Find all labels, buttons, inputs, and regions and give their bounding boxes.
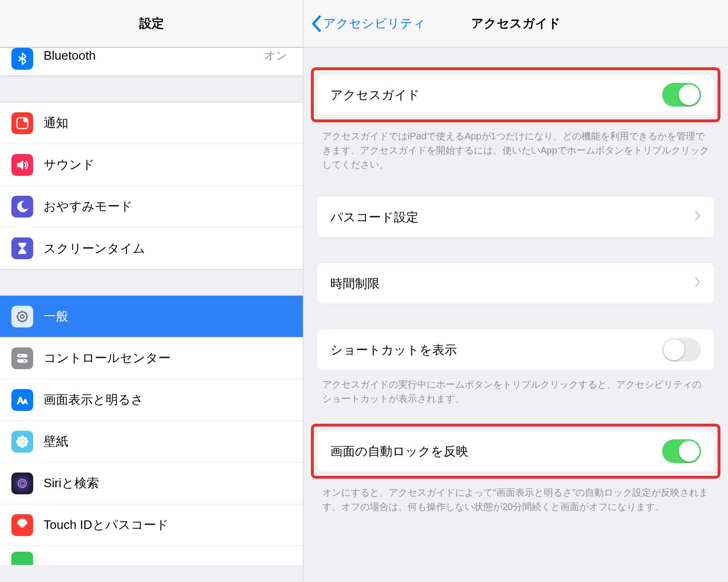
svg-text:A: A — [23, 398, 27, 405]
guided-access-label: アクセスガイド — [330, 87, 662, 103]
sidebar-item-general[interactable]: 一般 — [0, 296, 303, 337]
svg-line-10 — [18, 319, 19, 321]
siri-icon — [11, 473, 33, 494]
toggle-guided-access[interactable] — [662, 83, 701, 107]
bluetooth-icon — [11, 48, 33, 70]
sidebar-item-control-center[interactable]: コントロールセンター — [0, 337, 303, 379]
svg-point-28 — [20, 481, 25, 486]
gear-icon — [11, 306, 33, 327]
moon-icon — [11, 196, 33, 218]
row-guided-access[interactable]: アクセスガイド — [317, 74, 715, 116]
row-passcode-settings[interactable]: パスコード設定 — [317, 196, 715, 238]
back-button[interactable]: アクセシビリティ — [311, 15, 426, 32]
group-autolock: 画面の自動ロックを反映 — [317, 430, 715, 472]
group-guided-access: アクセスガイド — [317, 74, 715, 116]
detail-title: アクセスガイド — [471, 15, 561, 32]
group-timelimit: 時間制限 — [317, 263, 715, 304]
settings-sidebar: 設定 Bluetooth オン 通知 サウンド おやすみモード — [0, 0, 303, 582]
svg-point-18 — [20, 440, 24, 444]
shortcut-description: アクセスガイドの実行中にホームボタンをトリプルクリックすると、アクセシビリティの… — [317, 371, 715, 406]
svg-point-25 — [18, 443, 21, 446]
svg-line-11 — [25, 312, 27, 314]
svg-point-21 — [17, 440, 20, 443]
sidebar-item-display[interactable]: AA 画面表示と明るさ — [0, 379, 303, 421]
svg-line-8 — [18, 312, 19, 314]
detail-header: アクセシビリティ アクセスガイド — [303, 0, 728, 47]
svg-point-1 — [24, 118, 27, 122]
sidebar-item-battery[interactable] — [0, 546, 303, 565]
back-label: アクセシビリティ — [323, 15, 426, 32]
fingerprint-icon — [11, 514, 33, 536]
autolock-description: オンにすると、アクセスガイドによって"画面表示と明るさ"の自動ロック設定が反映さ… — [317, 479, 715, 514]
sidebar-item-label: おやすみモード — [44, 198, 291, 215]
svg-point-24 — [24, 437, 27, 440]
sidebar-item-siri[interactable]: Siriと検索 — [0, 463, 303, 504]
svg-line-9 — [25, 319, 27, 321]
group-shortcut: ショートカットを表示 — [317, 329, 715, 371]
sidebar-item-touchid[interactable]: Touch IDとパスコード — [0, 504, 303, 546]
sidebar-item-label: Touch IDとパスコード — [44, 517, 291, 533]
svg-point-19 — [21, 436, 24, 439]
toggle-accessibility-shortcut[interactable] — [662, 338, 701, 362]
shortcut-label: ショートカットを表示 — [330, 342, 662, 358]
row-accessibility-shortcut[interactable]: ショートカットを表示 — [317, 329, 715, 371]
text-size-icon: AA — [11, 389, 33, 411]
sidebar-item-notifications[interactable]: 通知 — [0, 102, 303, 144]
svg-point-26 — [24, 443, 27, 446]
timelimit-label: 時間制限 — [330, 275, 694, 292]
row-time-limits[interactable]: 時間制限 — [317, 263, 715, 304]
sidebar-item-label: 通知 — [44, 115, 291, 131]
svg-point-27 — [18, 479, 27, 488]
bluetooth-label: Bluetooth — [44, 48, 264, 63]
sidebar-item-wallpaper[interactable]: 壁紙 — [0, 421, 303, 463]
sidebar-item-label: 一般 — [44, 308, 291, 325]
svg-point-20 — [21, 444, 24, 448]
sound-icon — [11, 154, 33, 176]
sidebar-item-label: 画面表示と明るさ — [44, 391, 291, 408]
group-passcode: パスコード設定 — [317, 196, 715, 238]
sidebar-item-label: 壁紙 — [44, 433, 291, 450]
svg-point-3 — [20, 315, 24, 318]
svg-point-22 — [25, 440, 28, 443]
guided-access-description: アクセスガイドではiPadで使えるAppが1つだけになり、どの機能を利用できるか… — [317, 122, 715, 172]
sidebar-title: 設定 — [0, 0, 303, 47]
sidebar-item-bluetooth[interactable]: Bluetooth オン — [0, 47, 303, 76]
toggles-icon — [11, 347, 33, 369]
svg-point-13 — [19, 354, 21, 356]
section-gap — [0, 269, 303, 296]
notifications-icon — [11, 112, 33, 134]
svg-point-23 — [18, 437, 21, 440]
chevron-right-icon — [694, 210, 701, 225]
passcode-label: パスコード設定 — [330, 209, 694, 226]
sidebar-item-dnd[interactable]: おやすみモード — [0, 186, 303, 227]
battery-icon — [11, 552, 33, 565]
toggle-mirror-autolock[interactable] — [662, 439, 701, 463]
sidebar-item-label: サウンド — [44, 156, 291, 173]
bluetooth-value: オン — [264, 48, 288, 63]
autolock-label: 画面の自動ロックを反映 — [330, 443, 662, 460]
hourglass-icon — [11, 237, 33, 259]
flower-icon — [11, 431, 33, 453]
sidebar-item-screentime[interactable]: スクリーンタイム — [0, 227, 303, 269]
section-gap — [0, 76, 303, 102]
row-mirror-autolock[interactable]: 画面の自動ロックを反映 — [317, 430, 715, 472]
sidebar-item-label: Siriと検索 — [44, 475, 291, 491]
sidebar-item-label: コントロールセンター — [44, 350, 291, 366]
chevron-left-icon — [311, 15, 321, 32]
detail-pane: アクセシビリティ アクセスガイド アクセスガイド アクセスガイドではiPadで使… — [303, 0, 728, 582]
sidebar-item-sounds[interactable]: サウンド — [0, 144, 303, 186]
chevron-right-icon — [694, 276, 701, 291]
svg-point-15 — [24, 360, 26, 362]
sidebar-item-label: スクリーンタイム — [44, 240, 291, 257]
